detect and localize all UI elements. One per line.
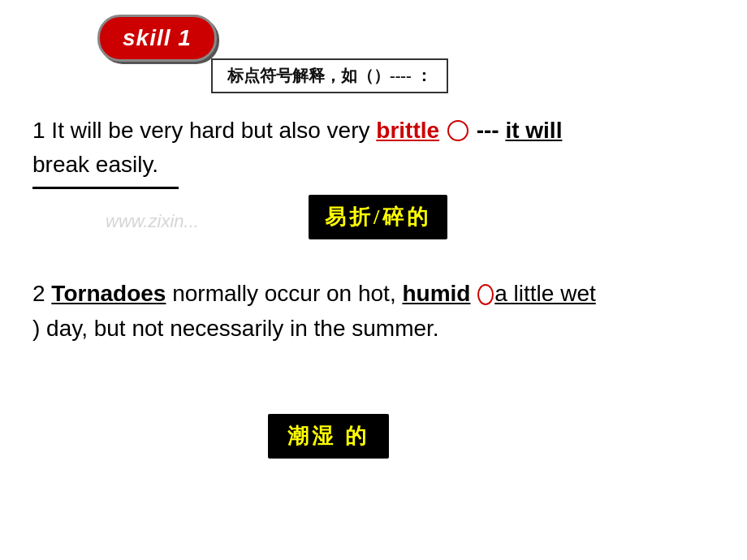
sentence2-part1: 2 [32,281,51,306]
sentence2-part4: ) day, but not necessarily in the summer… [32,316,439,341]
circle-icon [447,120,468,141]
sentence1-text: 1 It will be very hard but also very bri… [32,114,715,182]
sentence2-block: 2 Tornadoes normally occur on hot, humid… [32,276,715,347]
paren-circle-icon [477,284,494,305]
keyword-humid: humid [402,281,470,306]
underline-decoration [32,187,179,189]
keyword-tornadoes: Tornadoes [51,281,166,306]
translation-box1: 易折/碎的 [309,195,447,239]
sentence1-part3: break easily. [32,152,158,177]
sentence1-dashes: --- [470,118,499,143]
watermark: www.zixin... [106,211,199,232]
sentence2-little-wet: a little wet [494,281,596,306]
subtitle-text: 标点符号解释，如（）---- ： [227,67,432,84]
sentence2-text: 2 Tornadoes normally occur on hot, humid… [32,276,715,347]
sentence1-block: 1 It will be very hard but also very bri… [32,114,715,189]
keyword-brittle: brittle [376,118,439,143]
translation2-text: 潮湿 的 [287,424,369,448]
skill-badge-label: skill 1 [123,25,192,50]
translation-box2: 潮湿 的 [268,414,389,459]
sentence1-it-will: it will [505,118,562,143]
skill-badge: skill 1 [97,15,217,62]
subtitle-box: 标点符号解释，如（）---- ： [211,58,448,93]
translation1-text: 易折/碎的 [325,205,431,229]
sentence2-part2: normally occur on hot, [166,281,402,306]
sentence1-part1: 1 It will be very hard but also very [32,118,376,143]
